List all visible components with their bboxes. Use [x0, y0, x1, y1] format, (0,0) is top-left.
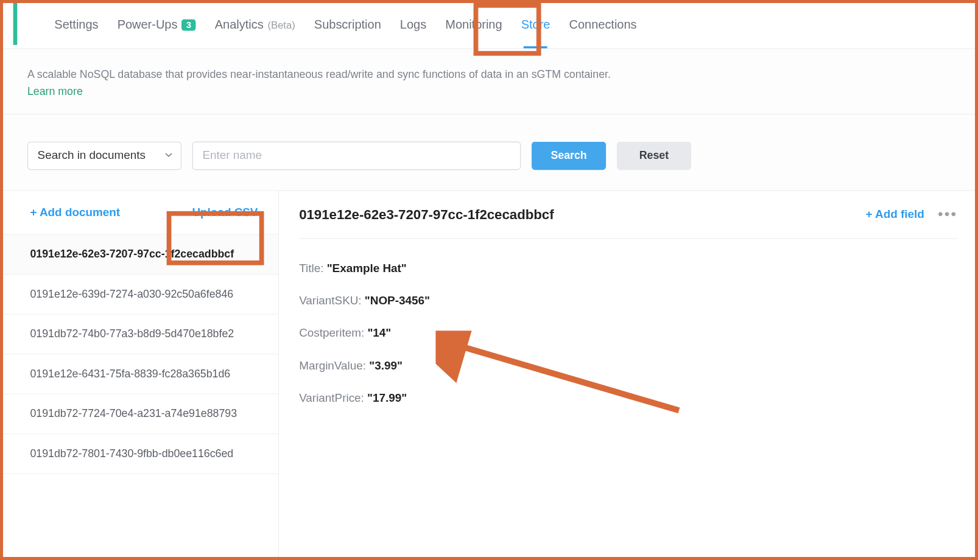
add-document-button[interactable]: + Add document — [30, 206, 120, 219]
powerups-badge: 3 — [181, 19, 196, 31]
field-value: "NOP-3456" — [365, 294, 430, 307]
fields-list: Title: "Example Hat" VariantSKU: "NOP-34… — [299, 239, 957, 428]
document-item[interactable]: 0191db72-74b0-77a3-b8d9-5d470e18bfe2 — [3, 315, 278, 354]
search-bar: Search in documents Search Reset — [3, 114, 978, 191]
tab-power-ups[interactable]: Power-Ups 3 — [118, 18, 196, 35]
tab-connections[interactable]: Connections — [569, 18, 637, 35]
accent-bar — [13, 3, 18, 45]
select-label: Search in documents — [38, 149, 146, 163]
search-scope-select[interactable]: Search in documents — [27, 142, 181, 170]
reset-button[interactable]: Reset — [617, 142, 691, 170]
search-name-input[interactable] — [192, 142, 521, 170]
chevron-down-icon — [164, 149, 172, 163]
description-block: A scalable NoSQL database that provides … — [3, 49, 978, 114]
tab-label: Logs — [400, 18, 426, 32]
search-button[interactable]: Search — [532, 142, 606, 170]
field-row: VariantPrice: "17.99" — [299, 382, 957, 415]
tab-label: Connections — [569, 18, 637, 32]
tab-label: Subscription — [314, 18, 381, 32]
detail-actions: + Add field ••• — [866, 206, 958, 223]
field-key: Costperitem: — [299, 327, 367, 340]
tab-settings[interactable]: Settings — [54, 18, 98, 35]
field-key: VariantSKU: — [299, 294, 365, 307]
tab-label: Monitoring — [445, 18, 502, 32]
upload-csv-button[interactable]: Upload CSV — [192, 206, 258, 219]
tab-subscription[interactable]: Subscription — [314, 18, 381, 35]
field-row: MarginValue: "3.99" — [299, 349, 957, 382]
document-item[interactable]: 0191e12e-639d-7274-a030-92c50a6fe846 — [3, 275, 278, 314]
tab-logs[interactable]: Logs — [400, 18, 426, 35]
field-row: Costperitem: "14" — [299, 317, 957, 349]
field-row: Title: "Example Hat" — [299, 253, 957, 285]
document-item[interactable]: 0191e12e-6431-75fa-8839-fc28a365b1d6 — [3, 354, 278, 394]
tab-label: Store — [521, 18, 551, 32]
tab-label: Analytics — [215, 18, 264, 32]
field-key: MarginValue: — [299, 359, 369, 372]
document-item[interactable]: 0191db72-7724-70e4-a231-a74e91e88793 — [3, 394, 278, 434]
document-list-panel: + Add document Upload CSV 0191e12e-62e3-… — [3, 191, 279, 560]
main-content: + Add document Upload CSV 0191e12e-62e3-… — [3, 191, 978, 560]
field-value: "17.99" — [367, 391, 407, 404]
tab-bar: Settings Power-Ups 3 Analytics (Beta) Su… — [3, 3, 978, 49]
document-detail-panel: 0191e12e-62e3-7207-97cc-1f2cecadbbcf + A… — [279, 191, 978, 560]
tab-analytics[interactable]: Analytics (Beta) — [215, 18, 295, 35]
field-value: "Example Hat" — [327, 262, 407, 275]
field-key: VariantPrice: — [299, 391, 367, 404]
field-value: "3.99" — [369, 359, 403, 372]
document-item[interactable]: 0191e12e-62e3-7207-97cc-1f2cecadbbcf — [3, 235, 278, 275]
document-toolbar: + Add document Upload CSV — [3, 191, 278, 235]
tab-monitoring[interactable]: Monitoring — [445, 18, 502, 35]
document-item[interactable]: 0191db72-7801-7430-9fbb-db0ee116c6ed — [3, 434, 278, 474]
add-field-button[interactable]: + Add field — [866, 208, 924, 221]
tab-label: Settings — [54, 18, 98, 32]
tab-label: Power-Ups — [118, 18, 178, 32]
description-text: A scalable NoSQL database that provides … — [27, 66, 954, 83]
more-actions-icon[interactable]: ••• — [938, 206, 957, 223]
field-row: VariantSKU: "NOP-3456" — [299, 285, 957, 317]
document-title: 0191e12e-62e3-7207-97cc-1f2cecadbbcf — [299, 207, 554, 223]
beta-label: (Beta) — [267, 19, 295, 31]
field-value: "14" — [367, 327, 391, 340]
tab-store[interactable]: Store — [521, 18, 551, 35]
learn-more-link[interactable]: Learn more — [27, 85, 83, 97]
detail-header: 0191e12e-62e3-7207-97cc-1f2cecadbbcf + A… — [299, 191, 957, 239]
field-key: Title: — [299, 262, 326, 275]
